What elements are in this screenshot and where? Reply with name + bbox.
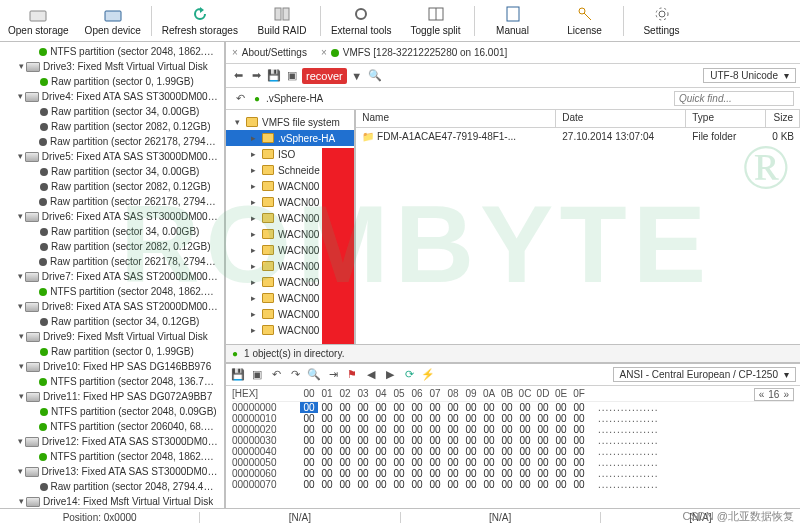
status-dot-icon	[39, 198, 47, 206]
hex-row[interactable]: 0000006000000000000000000000000000000000…	[232, 468, 794, 479]
quick-find-input[interactable]	[674, 91, 794, 106]
drive-tree[interactable]: NTFS partition (sector 2048, 1862.97GB)▾…	[0, 42, 226, 508]
hex-row[interactable]: 0000004000000000000000000000000000000000…	[232, 446, 794, 457]
hex-row[interactable]: 0000000000000000000000000000000000000000…	[232, 402, 794, 413]
drive-icon	[26, 497, 40, 507]
tree-row[interactable]: ▾Drive7: Fixed ATA SAS ST2000DM001-1ER1	[2, 269, 222, 284]
drive-icon	[25, 437, 39, 447]
tree-row[interactable]: Raw partition (sector 2082, 0.12GB)	[2, 239, 222, 254]
drive-icon	[25, 302, 39, 312]
settings-button[interactable]: Settings	[626, 3, 698, 38]
tree-row[interactable]: Raw partition (sector 2082, 0.12GB)	[2, 119, 222, 134]
hex-encoding-select[interactable]: ANSI - Central European / CP-1250▾	[613, 367, 796, 382]
hex-row[interactable]: 0000005000000000000000000000000000000000…	[232, 457, 794, 468]
hex-bolt-icon[interactable]: ⚡	[420, 367, 436, 383]
tree-row[interactable]: ▾Drive10: Fixed HP SAS DG146BB976	[2, 359, 222, 374]
tree-row[interactable]: ▾Drive11: Fixed HP SAS DG072A9BB7	[2, 389, 222, 404]
hex-row[interactable]: 0000002000000000000000000000000000000000…	[232, 424, 794, 435]
open-device-button[interactable]: Open device	[77, 3, 149, 38]
drive-icon	[26, 62, 40, 72]
license-button[interactable]: License	[549, 3, 621, 38]
tree-row[interactable]: Raw partition (sector 34, 0.12GB)	[2, 314, 222, 329]
hex-viewer: 💾 ▣ ↶ ↷ 🔍 ⇥ ⚑ ◀ ▶ ⟳ ⚡ ANSI - Central Eur…	[226, 362, 800, 508]
filesystem-tree[interactable]: ▾VMFS file system▸.vSphere-HA▸ISO▸Schnei…	[226, 110, 356, 344]
tree-row[interactable]: ▾Drive13: Fixed ATA SAS ST3000DM001-1ER1	[2, 464, 222, 479]
hex-save-icon[interactable]: 💾	[230, 367, 246, 383]
folder-icon	[262, 325, 274, 335]
hex-next-icon[interactable]: ▶	[382, 367, 398, 383]
tree-row[interactable]: ▾Drive6: Fixed ATA SAS ST3000DM001-1ER1	[2, 209, 222, 224]
save-icon[interactable]: 💾	[266, 68, 282, 84]
hex-undo-icon[interactable]: ↶	[268, 367, 284, 383]
tree-row[interactable]: ▾Drive14: Fixed Msft Virtual Virtual Dis…	[2, 494, 222, 508]
tree-row[interactable]: Raw partition (sector 0, 1.99GB)	[2, 74, 222, 89]
encoding-select[interactable]: UTF-8 Unicode▾	[703, 68, 796, 83]
find-icon[interactable]: 🔍	[367, 68, 383, 84]
hex-prev-icon[interactable]: ◀	[363, 367, 379, 383]
hex-goto-icon[interactable]: ⇥	[325, 367, 341, 383]
folder-icon	[262, 229, 274, 239]
tree-row[interactable]: NTFS partition (sector 2048, 0.09GB)	[2, 404, 222, 419]
tree-row[interactable]: ▾Drive8: Fixed ATA SAS ST2000DM001-1ER1	[2, 299, 222, 314]
tree-row[interactable]: ▾Drive3: Fixed Msft Virtual Virtual Disk	[2, 59, 222, 74]
tree-row[interactable]: NTFS partition (sector 2048, 1862.97GB)	[2, 44, 222, 59]
svg-point-4	[356, 9, 366, 19]
tree-row[interactable]: Raw partition (sector 34, 0.00GB)	[2, 164, 222, 179]
refresh-storages-button[interactable]: Refresh storages	[154, 3, 246, 38]
hex-row[interactable]: 0000003000000000000000000000000000000000…	[232, 435, 794, 446]
breadcrumb[interactable]: .vSphere-HA	[266, 93, 323, 104]
up-icon[interactable]: ↶	[232, 91, 248, 107]
hex-row[interactable]: 0000007000000000000000000000000000000000…	[232, 479, 794, 490]
drive-icon	[26, 362, 40, 372]
gear-icon	[653, 5, 671, 23]
hex-columns-spinner[interactable]: «16»	[754, 388, 794, 401]
build-raid-button[interactable]: Build RAID	[246, 3, 318, 38]
close-icon[interactable]: ×	[232, 47, 238, 58]
tab-about[interactable]: ×About/Settings	[232, 47, 307, 58]
forward-icon[interactable]: ➡	[248, 68, 264, 84]
tree-row[interactable]: ▾Drive12: Fixed ATA SAS ST3000DM001-1ER	[2, 434, 222, 449]
hex-refresh-icon[interactable]: ⟳	[401, 367, 417, 383]
fs-tree-item[interactable]: ▸.vSphere-HA	[226, 130, 354, 146]
tree-row[interactable]: Raw partition (sector 262178, 2794.33GB)	[2, 134, 222, 149]
close-icon[interactable]: ×	[321, 47, 327, 58]
back-icon[interactable]: ⬅	[230, 68, 246, 84]
chevron-left-icon: «	[759, 389, 765, 400]
tree-row[interactable]: Raw partition (sector 0, 1.99GB)	[2, 344, 222, 359]
tree-row[interactable]: ▾Drive9: Fixed Msft Virtual Virtual Disk	[2, 329, 222, 344]
tree-row[interactable]: ▾Drive4: Fixed ATA SAS ST3000DM001-1ER1	[2, 89, 222, 104]
tree-row[interactable]: NTFS partition (sector 206040, 68.26GB)	[2, 419, 222, 434]
status-dot-icon	[40, 243, 48, 251]
hex-row[interactable]: 0000001000000000000000000000000000000000…	[232, 413, 794, 424]
folder-icon	[262, 293, 274, 303]
tree-row[interactable]: Raw partition (sector 262178, 2794.33GB)	[2, 194, 222, 209]
tree-row[interactable]: Raw partition (sector 262178, 2794.33GB)	[2, 254, 222, 269]
tab-vmfs[interactable]: ×VMFS [128-32212225280 on 16.001]	[321, 47, 507, 58]
position-label: Position: 0x0000	[0, 512, 200, 523]
hex-find-icon[interactable]: 🔍	[306, 367, 322, 383]
open-storage-button[interactable]: Open storage	[0, 3, 77, 38]
hex-copy-icon[interactable]: ▣	[249, 367, 265, 383]
external-tools-button[interactable]: External tools	[323, 3, 400, 38]
copy-icon[interactable]: ▣	[284, 68, 300, 84]
tree-row[interactable]: Raw partition (sector 2048, 2794.45GB)	[2, 479, 222, 494]
chevron-down-icon: ▾	[784, 70, 789, 81]
tree-row[interactable]: NTFS partition (sector 2048, 136.72GB)	[2, 374, 222, 389]
tree-row[interactable]: ▾Drive5: Fixed ATA SAS ST3000DM001-1ER1	[2, 149, 222, 164]
tree-row[interactable]: NTFS partition (sector 2048, 1862.97GB)	[2, 284, 222, 299]
status-dot-icon	[39, 423, 47, 431]
status-dot-icon	[40, 168, 48, 176]
tree-row[interactable]: Raw partition (sector 34, 0.00GB)	[2, 224, 222, 239]
filter-icon[interactable]: ▼	[349, 68, 365, 84]
tree-row[interactable]: NTFS partition (sector 2048, 1862.97GB)	[2, 449, 222, 464]
file-list-header[interactable]: Name Date Type Size	[356, 110, 800, 128]
tree-row[interactable]: Raw partition (sector 2082, 0.12GB)	[2, 179, 222, 194]
tree-row[interactable]: Raw partition (sector 34, 0.00GB)	[2, 104, 222, 119]
toggle-split-button[interactable]: Toggle split	[400, 3, 472, 38]
recover-button[interactable]: recover	[302, 68, 347, 84]
manual-button[interactable]: Manual	[477, 3, 549, 38]
fs-tree-item[interactable]: ▾VMFS file system	[226, 114, 354, 130]
hex-bookmark-icon[interactable]: ⚑	[344, 367, 360, 383]
hex-redo-icon[interactable]: ↷	[287, 367, 303, 383]
file-row[interactable]: 📁 FDM-A1ACAE47-7919-48F1-...27.10.2014 1…	[356, 128, 800, 144]
